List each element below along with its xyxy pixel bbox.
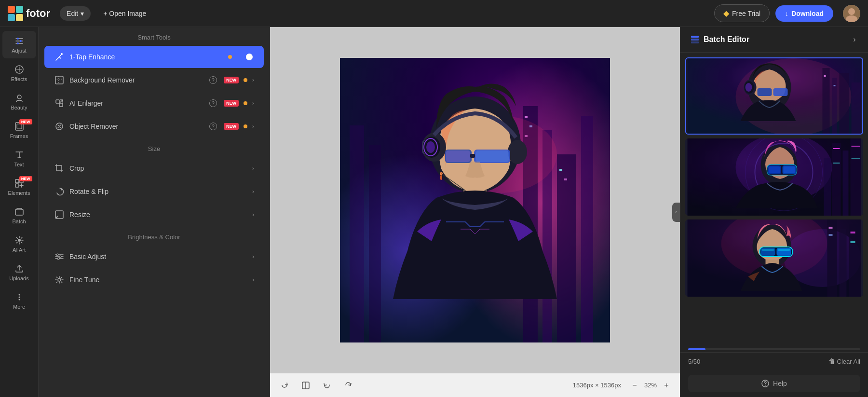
image-count: 5/50	[688, 358, 700, 365]
basic-adjust-label: Basic Adjust	[69, 253, 247, 260]
resize-item[interactable]: Resize ›	[44, 204, 264, 226]
svg-rect-67	[691, 41, 699, 43]
object-remover-item[interactable]: Object Remover ? NEW ›	[44, 115, 264, 137]
svg-rect-119	[851, 232, 855, 233]
zoom-in-btn[interactable]: +	[661, 380, 672, 391]
svg-rect-14	[15, 179, 19, 183]
batch-image-1[interactable]	[685, 57, 863, 135]
sidebar-item-frames[interactable]: NEW Frames	[2, 116, 36, 144]
fine-tune-label: Fine Tune	[69, 276, 247, 284]
ai-enlarger-item[interactable]: AI Enlarger ? NEW ›	[44, 92, 264, 114]
enlarger-dot	[244, 101, 247, 105]
svg-point-8	[20, 40, 22, 42]
one-tap-enhance-label: 1-Tap Enhance	[69, 53, 223, 61]
svg-point-30	[57, 258, 59, 260]
sidebar-item-uploads[interactable]: Uploads	[2, 259, 36, 286]
svg-rect-44	[559, 169, 562, 171]
fotor-logo-icon	[8, 6, 23, 21]
background-remover-item[interactable]: Background Remover ? NEW ›	[44, 69, 264, 91]
batch-editor-header: Batch Editor ›	[680, 27, 868, 53]
open-image-label: + Open Image	[103, 10, 146, 17]
resize-label: Resize	[69, 211, 247, 219]
enhance-toggle[interactable]	[237, 52, 254, 62]
background-remover-label: Background Remover	[69, 76, 204, 84]
sidebar-item-adjust[interactable]: Adjust	[2, 31, 36, 58]
svg-rect-40	[350, 125, 364, 342]
basic-adjust-icon	[54, 251, 65, 262]
expand-icon[interactable]: ›	[851, 36, 858, 43]
download-button[interactable]: ↓ Download	[775, 5, 833, 22]
help-icon-bg[interactable]: ?	[209, 76, 217, 84]
svg-point-19	[18, 294, 20, 296]
avatar-image	[843, 5, 860, 22]
fine-tune-item[interactable]: Fine Tune ›	[44, 269, 264, 291]
sidebar-item-beauty[interactable]: Beauty	[2, 88, 36, 115]
collapse-handle[interactable]: ‹	[672, 203, 680, 222]
svg-rect-80	[824, 75, 826, 77]
svg-point-31	[58, 278, 61, 281]
adjust-icon	[14, 36, 25, 46]
sidebar-item-effects[interactable]: Effects	[2, 59, 36, 87]
counter-clockwise-btn[interactable]	[278, 379, 291, 392]
svg-rect-60	[446, 151, 470, 162]
svg-rect-118	[829, 234, 833, 236]
svg-rect-117	[829, 227, 833, 229]
open-image-button[interactable]: + Open Image	[96, 6, 153, 21]
batch-image-1-preview	[686, 58, 862, 135]
sidebar-item-elements[interactable]: NEW Elements	[2, 173, 36, 201]
help-icon-object[interactable]: ?	[209, 123, 217, 130]
batch-image-2[interactable]	[685, 138, 863, 216]
chevron-object: ›	[252, 123, 254, 130]
basic-adjust-item[interactable]: Basic Adjust ›	[44, 246, 264, 268]
smart-tools-header: Smart Tools	[39, 27, 270, 45]
user-avatar[interactable]	[843, 5, 860, 22]
free-trial-button[interactable]: ◆ Free Trial	[714, 4, 770, 22]
svg-rect-115	[840, 229, 847, 297]
help-button[interactable]: Help	[688, 375, 860, 392]
svg-point-122	[765, 385, 766, 386]
svg-rect-45	[564, 178, 567, 180]
undo-btn[interactable]	[320, 379, 334, 392]
more-icon	[14, 292, 25, 302]
svg-rect-57	[470, 154, 475, 158]
main-content: Adjust Effects Beauty NEW Frames Text	[0, 27, 868, 397]
svg-point-5	[848, 8, 855, 15]
rotate-flip-item[interactable]: Rotate & Flip ›	[44, 180, 264, 203]
canvas-image	[340, 58, 610, 342]
ai-art-icon	[14, 235, 25, 246]
cyberpunk-svg	[340, 58, 610, 342]
svg-rect-76	[823, 68, 830, 135]
svg-rect-114	[827, 219, 837, 297]
svg-rect-116	[849, 224, 861, 297]
svg-rect-112	[778, 249, 790, 251]
one-tap-enhance-item[interactable]: 1-Tap Enhance	[44, 46, 264, 68]
fine-tune-icon	[54, 274, 65, 285]
svg-rect-78	[840, 73, 849, 135]
zoom-out-btn[interactable]: −	[629, 380, 640, 391]
help-icon-enlarger[interactable]: ?	[209, 99, 217, 107]
svg-rect-120	[851, 241, 855, 243]
new-badge-elements: NEW	[19, 176, 32, 181]
sidebar-item-label-batch: Batch	[12, 219, 26, 224]
sidebar-item-text[interactable]: Text	[2, 145, 36, 172]
svg-rect-16	[15, 184, 19, 187]
crop-item[interactable]: Crop ›	[44, 157, 264, 179]
chevron-basic: ›	[252, 253, 254, 260]
batch-image-3[interactable]	[685, 219, 863, 297]
svg-rect-97	[833, 148, 840, 149]
sidebar-item-label-beauty: Beauty	[11, 105, 27, 110]
edit-button[interactable]: Edit ▾	[60, 6, 91, 21]
right-panel-footer: 5/50 🗑 Clear All	[680, 352, 868, 370]
resize-icon	[54, 209, 65, 220]
sidebar-item-label-more: More	[13, 304, 25, 310]
object-remover-icon	[54, 121, 65, 132]
new-badge-object: NEW	[224, 123, 239, 130]
sidebar-item-batch[interactable]: Batch	[2, 202, 36, 229]
sidebar-item-ai-art[interactable]: AI Art	[2, 230, 36, 258]
compare-btn[interactable]	[299, 379, 312, 392]
svg-rect-24	[56, 100, 59, 103]
sidebar-item-more[interactable]: More	[2, 287, 36, 315]
clear-all-button[interactable]: 🗑 Clear All	[828, 357, 860, 365]
redo-btn[interactable]	[341, 379, 355, 392]
svg-rect-81	[834, 85, 836, 86]
